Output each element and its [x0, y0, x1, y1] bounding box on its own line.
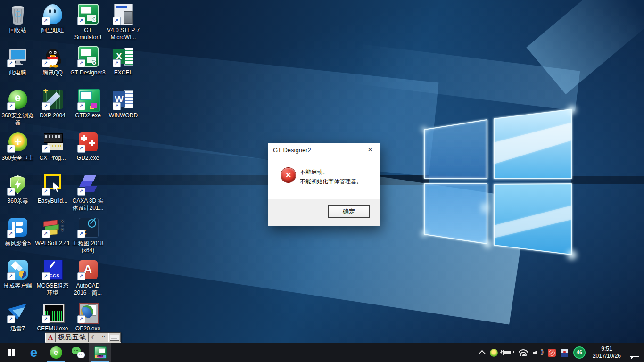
shortcut-arrow-icon: ↗ [7, 102, 15, 110]
dialog-message-line2: 不能初始化字体管理器。 [300, 177, 362, 186]
360-speedup-badge[interactable]: 46 [573, 346, 586, 359]
desktop-icon-gt-designer3[interactable]: 3 ↗ GT Designer3 [70, 45, 106, 76]
360-safe-guard-icon: + ↗ [7, 131, 29, 153]
ime-name-label[interactable]: 极品五笔 [56, 333, 89, 342]
desktop-icon-autocad-2016[interactable]: A ↗ AutoCAD 2016 - 简... [70, 258, 106, 296]
qq-penguin-icon: ↗ [41, 45, 64, 68]
360-safe-tray-icon[interactable] [490, 349, 498, 357]
shortcut-arrow-icon: ↗ [42, 272, 50, 280]
desktop-icon-winword[interactable]: W ↗ WINWORD [106, 88, 141, 119]
ok-button[interactable]: 确定 [328, 205, 370, 218]
shortcut-arrow-icon: ↗ [7, 230, 15, 238]
gt-designer2-icon: GTD2 [94, 346, 107, 359]
ime-language-button[interactable]: A [45, 333, 56, 342]
error-dialog: GT Designer2 × × 不能启动。 不能初始化字体管理器。 确定 [268, 143, 380, 226]
desktop-icon-caxa-3d[interactable]: ↗ CAXA 3D 实体设计201... [70, 173, 106, 212]
shortcut-arrow-icon: ↗ [77, 272, 85, 280]
shortcut-arrow-icon: ↗ [113, 59, 121, 67]
desktop-icon-cx-programmer[interactable]: ↗ CX-Prog... [35, 131, 70, 162]
step7-microwin-icon: ↗ [112, 3, 135, 25]
shortcut-arrow-icon: ↗ [77, 188, 85, 196]
caxa-3d-icon: ↗ [77, 173, 99, 196]
aliwangwang-icon: ↗ [41, 3, 64, 25]
mcgse-env-icon: MCGS ↗ [41, 258, 64, 281]
gongchengtu-2018-icon: IC ↗ [77, 216, 99, 239]
desktop-icon-this-pc[interactable]: ↗ 此电脑 [0, 45, 35, 76]
punctuation-icon[interactable]: ’’ [99, 333, 108, 342]
op20-exe-icon: ↗ [77, 301, 99, 324]
taskbar: e e GTD2 )) 46 9:51 2017/10/26 [0, 343, 644, 362]
ceemu-exe-icon: ↗ [41, 301, 64, 324]
desktop-icon-gongchengtu-2018[interactable]: IC ↗ 工程图 2018 (x64) [70, 216, 106, 254]
desktop-icon-gd2-exe[interactable]: ↗ GD2.exe [70, 131, 106, 162]
shortcut-arrow-icon: ↗ [77, 102, 85, 110]
desktop-icon-jicheng-client[interactable]: ↗ 技成客户端 [0, 258, 35, 289]
dialog-message-line1: 不能启动。 [300, 167, 362, 177]
shortcut-arrow-icon: ↗ [42, 315, 50, 323]
desktop-icon-xunlei7[interactable]: ↗ 迅雷7 [0, 301, 35, 332]
soft-keyboard-icon[interactable] [108, 333, 121, 342]
battery-charging-icon[interactable] [503, 350, 513, 355]
word-icon: W ↗ [112, 88, 135, 111]
close-icon[interactable]: × [361, 143, 380, 157]
clock[interactable]: 9:51 2017/10/26 [591, 346, 623, 360]
shortcut-arrow-icon: ↗ [42, 230, 50, 238]
desktop-icon-ceemu-exe[interactable]: ↗ CEEMU.exe [35, 301, 70, 332]
desktop-icon-dxp-2004[interactable]: + ↗ DXP 2004 [35, 88, 70, 119]
desktop-icon-360-antivirus[interactable]: ↗ 360杀毒 [0, 173, 35, 205]
action-center-icon[interactable] [630, 349, 639, 357]
gtd2-exe-icon: ↗ [77, 88, 99, 111]
gt-designer3-icon: 3 ↗ [77, 45, 99, 68]
edge-icon: e [30, 346, 38, 359]
shortcut-arrow-icon: ↗ [42, 102, 50, 110]
this-pc-icon: ↗ [7, 45, 29, 68]
workstation-icon[interactable] [561, 349, 568, 357]
shortcut-arrow-icon: ↗ [42, 145, 50, 153]
desktop-icon-wplsoft[interactable]: X − Y ↗ WPLSoft 2.41 [35, 216, 70, 247]
tray-date: 2017/10/26 [593, 353, 621, 360]
blocked-device-icon[interactable] [548, 349, 556, 357]
360-antivirus-icon: ↗ [7, 173, 29, 196]
shortcut-arrow-icon: ↗ [77, 230, 85, 238]
desktop-icon-recycle-bin[interactable]: 回收站 [0, 3, 35, 34]
taskbar-app-gt-designer2[interactable]: GTD2 [89, 343, 111, 362]
desktop-icon-mcgse-env[interactable]: MCGS ↗ MCGSE组态环境 [35, 258, 70, 296]
dxp-2004-icon: + ↗ [41, 88, 64, 111]
dialog-title: GT Designer2 [273, 147, 311, 154]
desktop-icon-baofeng-player[interactable]: ↗ 暴风影音5 [0, 216, 35, 247]
shortcut-arrow-icon: ↗ [77, 145, 85, 153]
desktop-icon-360-safe-guard[interactable]: + ↗ 360安全卫士 [0, 131, 35, 162]
wifi-icon[interactable] [519, 349, 528, 356]
easybuilder-icon: ↗ [41, 173, 64, 196]
desktop-icon-360-browser[interactable]: e ↗ 360安全浏览器 [0, 88, 35, 126]
moon-fullhalf-icon[interactable]: ☾ [89, 333, 99, 342]
ime-toolbar: A 极品五笔 ☾ ’’ [45, 332, 121, 344]
desktop-icon-gtd2-exe[interactable]: ↗ GTD2.exe [70, 88, 106, 119]
shortcut-arrow-icon: ↗ [7, 145, 15, 153]
volume-icon[interactable]: )) [533, 349, 543, 356]
desktop-icon-aliwangwang[interactable]: ↗ 阿里旺旺 [35, 3, 70, 34]
shortcut-arrow-icon: ↗ [7, 315, 15, 323]
start-button[interactable] [0, 343, 23, 362]
shortcut-arrow-icon: ↗ [77, 59, 85, 67]
shortcut-arrow-icon: ↗ [77, 315, 85, 323]
windows-start-icon [8, 349, 15, 356]
gt-simulator3-icon: 3 ↗ [77, 3, 99, 25]
desktop-icon-step7-microwin[interactable]: ↗ V4.0 STEP 7 MicroWI... [106, 3, 141, 41]
360-browser-icon: e ↗ [7, 88, 29, 111]
shortcut-arrow-icon: ↗ [42, 59, 50, 67]
taskbar-app-360-browser[interactable]: e [45, 343, 67, 362]
shortcut-arrow-icon: ↗ [7, 59, 15, 67]
hidden-icons-chevron-icon[interactable] [479, 350, 486, 357]
taskbar-app-edge[interactable]: e [23, 343, 45, 362]
desktop-icon-excel[interactable]: X ↗ EXCEL [106, 45, 141, 76]
desktop-icon-op20-exe[interactable]: ↗ OP20.exe [70, 301, 106, 332]
taskbar-app-wechat[interactable] [67, 343, 89, 362]
desktop-icon-gt-simulator3[interactable]: 3 ↗ GT Simulator3 [70, 3, 106, 41]
wechat-icon [72, 347, 85, 358]
system-tray: )) 46 9:51 2017/10/26 [479, 343, 644, 362]
wplsoft-icon: X − Y ↗ [41, 216, 64, 239]
desktop-icon-easybuilder[interactable]: ↗ EasyBuild... [35, 173, 70, 205]
desktop-icon-tencent-qq[interactable]: ↗ 腾讯QQ [35, 45, 70, 76]
gd2-exe-icon: ↗ [77, 131, 99, 153]
